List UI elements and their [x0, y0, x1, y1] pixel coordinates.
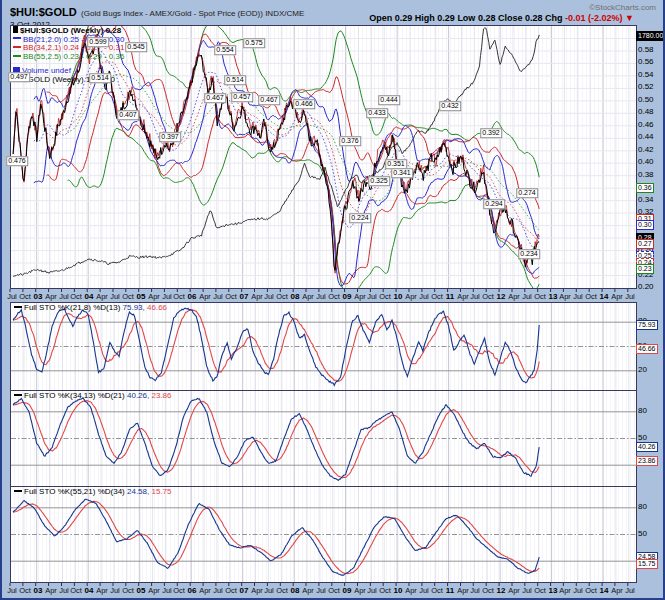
stoch-k-line	[13, 499, 539, 575]
y-axis-tick-label: 0.56	[638, 58, 654, 66]
indicator3-y-axis: 80502024.5815.75	[636, 486, 665, 581]
y-axis-tick-label: 0.42	[638, 146, 654, 154]
indicator2-y-axis: 80502040.2623.86	[636, 390, 665, 485]
y-axis-tick-label: 0.44	[638, 133, 654, 141]
indicator-name: Full STO %K(55,21) %D(34)	[24, 487, 127, 496]
legend-label: BB(55,2.5) 0.23 - 0.29 - 0.36	[23, 52, 124, 61]
main-y-axis: 0.600.580.560.540.520.500.480.460.440.42…	[636, 25, 665, 287]
change-down-arrow-icon: ▼	[625, 13, 634, 23]
volume-icon	[13, 61, 20, 73]
line-swatch-icon	[13, 55, 21, 57]
band-value-box: 0.27	[636, 239, 654, 249]
legend-row: $GOLD (Weekly) 1780.00	[13, 76, 124, 85]
indicator-panel-sto-34-13: Full STO %K(34,13) %D(21) 40.26, 23.86	[10, 390, 637, 487]
band-value-box: 0.36	[636, 183, 654, 193]
indicator-legend: Full STO %K(55,21) %D(34) 24.58, 15.75	[14, 488, 172, 497]
y-axis-tick-label: 0.46	[638, 121, 654, 129]
indicator-legend: Full STO %K(34,13) %D(21) 40.26, 23.86	[14, 392, 172, 401]
band-value-box: 0.30	[636, 220, 654, 230]
y-axis-tick-label: 20	[638, 366, 647, 374]
main-chart-legend: $HUI:$GOLD (Weekly) 0.28BB(21,2.0) 0.25 …	[13, 26, 124, 85]
x-axis-label: Jul	[619, 586, 641, 595]
x-axis-label: Jul	[619, 292, 641, 301]
chart-subheader: 3-Oct-2012 Open 0.29 High 0.29 Low 0.28 …	[10, 13, 660, 24]
indicator-value-box: 15.75	[636, 559, 658, 569]
d-value: 46.66	[147, 303, 167, 312]
indicator1-y-axis: 80502075.9346.66	[636, 302, 665, 389]
BB(55,2.5)-upper	[68, 26, 540, 177]
indicator-value-box: 40.26	[636, 442, 658, 452]
gold-last-value-box: 1780.00	[636, 31, 665, 41]
y-axis-tick-label: 0.34	[638, 196, 654, 204]
indicator-name: Full STO %K(21,8) %D(13)	[24, 303, 123, 312]
y-axis-tick-label: 0.20	[638, 283, 654, 291]
stoch-k-line	[13, 398, 539, 480]
indicator-value-box: 75.93	[636, 320, 658, 330]
indicator-svg	[11, 303, 636, 390]
indicator-panel-sto-21-8: Full STO %K(21,8) %D(13) 75.93, 46.66	[10, 302, 637, 391]
y-axis-tick-label: 0.40	[638, 158, 654, 166]
y-axis-tick-label: 0.38	[638, 171, 654, 179]
line-swatch-icon	[13, 46, 21, 48]
chart-header: $HUI:$GOLD (Gold Bugs Index - AMEX/Gold …	[10, 2, 660, 13]
y-axis-tick-label: 80	[638, 503, 647, 511]
indicator-legend: Full STO %K(21,8) %D(13) 75.93, 46.66	[14, 304, 167, 313]
line-swatch-icon	[14, 490, 22, 492]
y-axis-tick-label: 80	[638, 407, 647, 415]
indicator-panel-sto-55-21: Full STO %K(55,21) %D(34) 24.58, 15.75	[10, 486, 637, 583]
legend-row: Full STO %K(55,21) %D(34) 24.58, 15.75	[14, 488, 172, 497]
legend-row: Volume undef	[13, 61, 124, 76]
k-value: 24.58,	[127, 487, 151, 496]
indicator-name: Full STO %K(34,13) %D(21)	[24, 391, 127, 400]
y-axis-tick-label: 0.52	[638, 83, 654, 91]
y-axis-tick-label: 0.48	[638, 108, 654, 116]
y-axis-tick-label: 0.58	[638, 46, 654, 54]
k-value: 40.26,	[127, 391, 151, 400]
candlestick-icon	[13, 26, 18, 33]
d-value: 23.86	[151, 391, 171, 400]
y-axis-tick-label: 0.54	[638, 71, 654, 79]
x-axis-strip-middle: JulOct03AprJulOct04AprJulOct05AprJulOct0…	[2, 289, 665, 302]
legend-row: BB(55,2.5) 0.23 - 0.29 - 0.36	[13, 53, 124, 62]
legend-label: $GOLD (Weekly) 1780.00	[23, 75, 115, 84]
copyright: ©StockCharts.com	[589, 3, 656, 12]
y-axis-tick-label: 50	[638, 530, 647, 538]
indicator-value-box: 23.86	[636, 456, 658, 466]
y-axis-tick-label: 0.50	[638, 96, 654, 104]
x-axis-strip-bottom: JulOct03AprJulOct04AprJulOct05AprJulOct0…	[2, 583, 665, 599]
ohlc-quote: Open 0.29 High 0.29 Low 0.28 Close 0.28 …	[369, 13, 634, 23]
line-swatch-icon	[14, 394, 22, 396]
band-value-box: 0.23	[636, 264, 654, 274]
legend-row: Full STO %K(34,13) %D(21) 40.26, 23.86	[14, 392, 172, 401]
k-value: 75.93,	[123, 303, 147, 312]
stockcharts-weekly-chart: $HUI:$GOLD (Gold Bugs Index - AMEX/Gold …	[0, 0, 665, 600]
d-value: 15.75	[151, 487, 171, 496]
legend-row: Full STO %K(21,8) %D(13) 75.93, 46.66	[14, 304, 167, 313]
y-axis-tick-label: 50	[638, 434, 647, 442]
indicator-value-box: 46.66	[636, 344, 658, 354]
indicator-svg	[11, 487, 636, 582]
indicator-svg	[11, 391, 636, 486]
line-swatch-icon	[13, 78, 21, 80]
stoch-d-line	[13, 501, 539, 573]
line-swatch-icon	[13, 37, 21, 39]
line-swatch-icon	[14, 306, 22, 308]
